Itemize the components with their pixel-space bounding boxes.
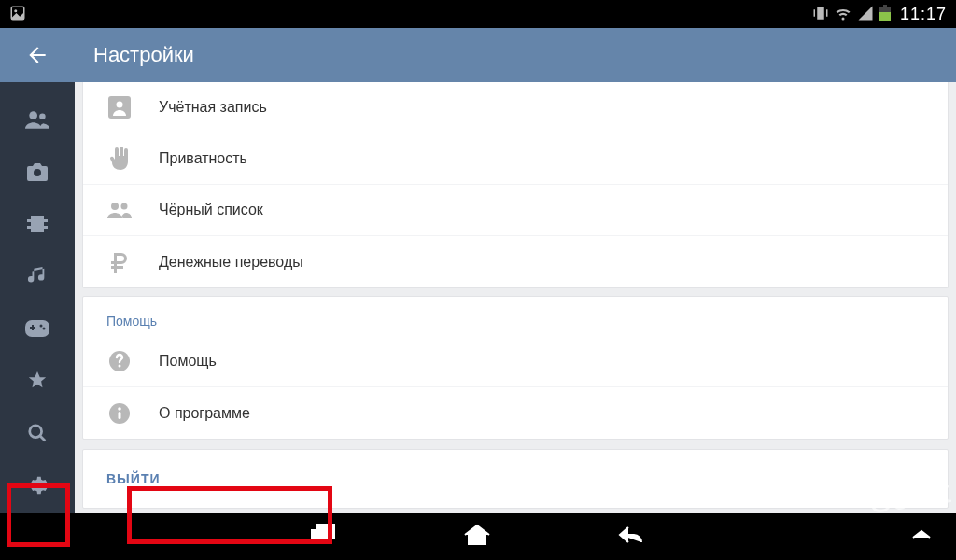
row-blacklist[interactable]: Чёрный список (83, 185, 948, 236)
row-label: Чёрный список (159, 202, 263, 218)
status-clock: 11:17 (900, 5, 947, 24)
svg-point-6 (39, 114, 45, 120)
info-icon (106, 400, 133, 427)
sidebar (0, 28, 75, 513)
svg-point-23 (121, 203, 128, 210)
svg-rect-30 (317, 525, 334, 538)
sidebar-item-settings[interactable] (25, 459, 49, 511)
row-label: Приватность (159, 150, 247, 167)
row-label: Учётная запись (159, 99, 267, 116)
svg-point-5 (29, 111, 37, 119)
svg-point-19 (30, 426, 42, 438)
svg-rect-12 (44, 216, 48, 219)
svg-point-7 (34, 169, 41, 176)
people-icon (106, 197, 133, 223)
sidebar-item-search[interactable] (25, 407, 49, 459)
settings-card-main: Учётная запись Приватность Чёрный список… (82, 82, 949, 288)
row-logout[interactable]: ВЫЙТИ (83, 450, 948, 508)
sidebar-item-friends[interactable] (25, 93, 49, 146)
home-button[interactable] (463, 524, 491, 550)
svg-rect-13 (44, 222, 48, 226)
row-label: Помощь (159, 353, 217, 370)
svg-point-27 (118, 407, 121, 411)
svg-rect-10 (27, 222, 31, 226)
signal-icon (857, 5, 874, 24)
page-title-bar: Настройки (75, 28, 956, 82)
svg-rect-4 (883, 5, 887, 7)
row-label: О программе (159, 405, 250, 422)
settings-card-help: Помощь Помощь О программе (82, 296, 949, 440)
svg-point-1 (14, 9, 17, 12)
settings-card-logout: ВЫЙТИ (82, 449, 949, 509)
account-icon (106, 94, 133, 120)
svg-rect-3 (879, 12, 891, 21)
svg-rect-9 (27, 216, 31, 219)
main-container: Настройки Учётная запись Приватность Чёр… (0, 28, 956, 513)
android-status-bar: 11:17 (0, 0, 956, 28)
hand-icon (106, 146, 133, 172)
svg-rect-28 (119, 412, 121, 419)
sidebar-item-music[interactable] (25, 250, 49, 302)
back-button[interactable] (0, 28, 75, 82)
sidebar-item-games[interactable] (25, 302, 49, 355)
row-about[interactable]: О программе (83, 387, 948, 439)
battery-icon (879, 5, 891, 24)
svg-rect-16 (32, 325, 34, 330)
svg-rect-14 (44, 229, 48, 232)
image-placeholder-icon (9, 5, 26, 24)
logout-label: ВЫЙТИ (106, 471, 161, 486)
help-section-header: Помощь (83, 297, 948, 336)
svg-point-17 (40, 325, 43, 328)
android-back-button[interactable] (617, 525, 645, 549)
help-icon (106, 348, 133, 374)
sidebar-item-favorites[interactable] (25, 355, 49, 407)
page-title: Настройки (93, 43, 194, 67)
content: Настройки Учётная запись Приватность Чёр… (75, 28, 956, 513)
settings-scroll[interactable]: Учётная запись Приватность Чёрный список… (75, 82, 956, 513)
svg-rect-11 (27, 229, 31, 232)
svg-point-25 (119, 365, 121, 368)
svg-point-21 (117, 102, 123, 108)
row-money[interactable]: Денежные переводы (83, 236, 948, 287)
vibrate-icon (812, 5, 829, 24)
android-nav-bar (0, 513, 956, 560)
ruble-icon (106, 249, 133, 275)
sidebar-item-photos[interactable] (25, 146, 49, 198)
row-label: Денежные переводы (159, 254, 303, 271)
svg-point-22 (111, 203, 119, 210)
row-account[interactable]: Учётная запись (83, 82, 948, 133)
row-privacy[interactable]: Приватность (83, 133, 948, 185)
sidebar-item-videos[interactable] (25, 198, 49, 250)
row-help[interactable]: Помощь (83, 336, 948, 387)
menu-caret-button[interactable] (910, 528, 933, 545)
svg-point-18 (43, 328, 46, 330)
recent-apps-button[interactable] (311, 524, 337, 550)
wifi-icon (835, 5, 851, 24)
back-arrow-icon (25, 43, 49, 67)
